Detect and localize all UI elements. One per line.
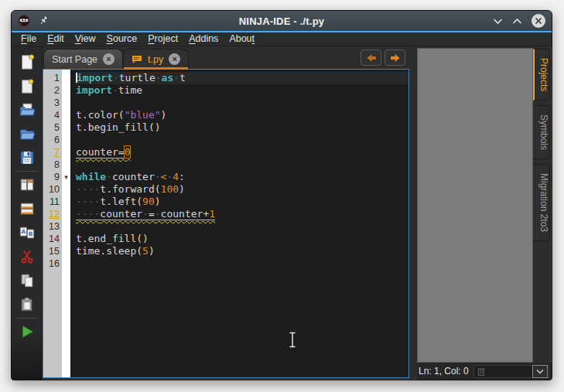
paste-button[interactable] [16, 296, 38, 313]
cursor-position-label: Ln: 1, Col: 0 [419, 366, 469, 377]
code-line[interactable] [76, 220, 408, 233]
code-line-text: time.sleep(5) [76, 245, 155, 257]
back-arrow-icon [365, 53, 378, 63]
fold-margin-cell [62, 109, 70, 121]
code-line[interactable]: time.sleep(5) [76, 245, 408, 257]
code-line-text: import·turtle·as·t [77, 72, 186, 84]
code-line-text: ····counter·=·counter+1 [76, 208, 215, 220]
status-bar: Ln: 1, Col: 0 [417, 363, 552, 380]
code-line[interactable]: ····t.forward(100) [76, 183, 408, 196]
code-line[interactable]: t.color("blue") [76, 109, 408, 121]
fold-margin: ▾ [62, 70, 70, 377]
split-horizontal-button[interactable] [16, 176, 38, 193]
maximize-icon[interactable] [512, 18, 522, 25]
code-line-text: ····t.left(90) [76, 196, 161, 207]
side-tab-symbols[interactable]: Symbols [533, 105, 550, 159]
line-number: 4 [43, 109, 60, 121]
code-line[interactable]: ····t.left(90) [76, 196, 408, 208]
trash-icon [477, 367, 485, 376]
code-line[interactable]: import·time [76, 84, 408, 97]
minimize-icon[interactable] [493, 18, 503, 25]
main-toolbar: A B [12, 46, 43, 380]
fold-margin-cell [62, 84, 70, 97]
line-number: 16 [43, 257, 60, 270]
code-editor[interactable]: 12345678910111213141516 ▾ import·turtle·… [43, 69, 409, 378]
copy-button[interactable] [16, 272, 38, 289]
new-file-button[interactable] [16, 53, 38, 70]
fold-margin-cell [62, 72, 70, 84]
fold-arrow-icon[interactable]: ▾ [62, 171, 70, 183]
fold-margin-cell [62, 220, 70, 233]
line-number: 13 [43, 220, 60, 233]
save-button[interactable] [16, 149, 38, 166]
new-project-button[interactable] [16, 77, 38, 94]
code-line[interactable] [76, 257, 408, 270]
app-window: NINJA-IDE - ./t.py FileEditViewSourcePro… [11, 10, 552, 380]
menu-view[interactable]: View [70, 32, 101, 46]
svg-text:B: B [28, 230, 32, 237]
line-number: 6 [43, 134, 60, 146]
titlebar[interactable]: NINJA-IDE - ./t.py [12, 11, 552, 31]
code-line[interactable]: t.end_fill() [76, 233, 408, 245]
svg-text:A: A [21, 228, 26, 235]
cut-button[interactable] [16, 248, 38, 265]
line-number: 5 [43, 121, 60, 134]
code-line[interactable] [76, 134, 408, 146]
close-tab-icon[interactable]: × [103, 53, 115, 65]
code-line[interactable] [76, 159, 408, 171]
line-number-warning: 7 [43, 146, 60, 159]
code-line[interactable]: while·counter·<·4: [76, 171, 408, 183]
tab-t-py[interactable]: t.py × [123, 49, 189, 69]
fold-margin-cell [62, 196, 70, 208]
close-tab-icon[interactable]: × [169, 53, 180, 65]
menu-project[interactable]: Project [142, 32, 183, 46]
code-line-text: t.begin_fill() [76, 121, 161, 133]
code-line[interactable]: ····counter·=·counter+1 [76, 208, 408, 220]
tab-label: t.py [148, 54, 163, 65]
run-button[interactable] [16, 323, 38, 340]
tab-label: Start Page [52, 54, 97, 65]
code-line-text: import·time [76, 84, 142, 96]
fold-margin-cell [62, 183, 70, 196]
code-line[interactable]: import·turtle·as·t [76, 72, 408, 84]
line-number: 14 [43, 233, 60, 245]
open-project-button[interactable] [16, 125, 38, 142]
line-number: 11 [43, 196, 60, 208]
menu-about[interactable]: About [224, 32, 260, 46]
fold-margin-cell [62, 208, 70, 220]
line-number: 8 [43, 159, 60, 171]
navigate-forward-button[interactable] [385, 49, 405, 66]
tab-start-page[interactable]: Start Page × [43, 49, 123, 69]
fold-margin-cell [62, 257, 70, 270]
side-tab-strip: Projects Symbols Migration 2to3 [533, 48, 552, 363]
dropdown-chevron-icon[interactable] [532, 365, 548, 378]
gutter: 12345678910111213141516 [43, 70, 62, 377]
menu-edit[interactable]: Edit [42, 32, 70, 46]
menu-file[interactable]: File [15, 32, 42, 46]
code-line-text: ····t.forward(100) [76, 183, 185, 195]
code-line[interactable]: counter=0 [76, 146, 408, 159]
navigate-back-button[interactable] [361, 49, 381, 66]
fold-margin-cell [62, 233, 70, 245]
line-number: 1 [43, 72, 60, 84]
fold-margin-cell [62, 146, 70, 159]
menu-addins[interactable]: Addins [183, 32, 224, 46]
line-number: 15 [43, 245, 60, 257]
code-line[interactable]: t.begin_fill() [76, 121, 408, 134]
code-line[interactable] [76, 97, 408, 109]
fold-margin-cell [62, 121, 70, 134]
close-icon[interactable] [532, 14, 545, 28]
code-area[interactable]: import·turtle·as·timport·timet.color("bl… [70, 70, 408, 377]
symbol-combobox[interactable] [473, 365, 549, 378]
code-line-text: counter=0 [76, 146, 130, 159]
side-tab-migration-2to3[interactable]: Migration 2to3 [533, 164, 550, 241]
follow-mode-button[interactable]: A B [16, 224, 38, 241]
ninja-app-icon [18, 15, 30, 27]
code-line-text: t.color("blue") [76, 109, 166, 121]
open-file-button[interactable] [16, 101, 38, 118]
menu-source[interactable]: Source [101, 32, 143, 46]
pin-icon[interactable] [38, 15, 49, 26]
side-tab-projects[interactable]: Projects [533, 49, 550, 101]
fold-margin-cell [62, 159, 70, 171]
split-vertical-button[interactable] [16, 200, 38, 217]
